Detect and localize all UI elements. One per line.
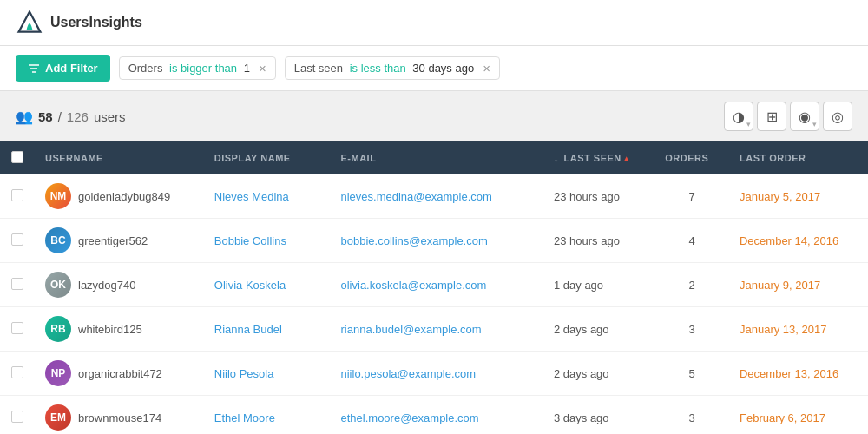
lastseen-cell: 1 day ago (543, 263, 654, 307)
last-seen: 23 hours ago (554, 234, 620, 247)
avatar: NP (45, 360, 71, 386)
email[interactable]: rianna.budel@example.com (341, 323, 482, 336)
active-count: 58 (38, 109, 53, 124)
chip-orders-prefix: Orders (128, 62, 163, 75)
lastorder-cell: January 5, 2017 (729, 174, 868, 219)
table-row: NM goldenladybug849 Nieves Medina nieves… (0, 174, 868, 219)
row-checkbox-cell (0, 307, 35, 352)
orders: 3 (689, 323, 695, 336)
orders-cell: 2 (654, 263, 729, 307)
display-name[interactable]: Rianna Budel (214, 323, 282, 336)
avatar: NM (45, 183, 71, 209)
username-cell: NM goldenladybug849 (35, 174, 204, 219)
lastseen-cell: 2 days ago (543, 352, 654, 396)
username-text[interactable]: lazydog740 (78, 279, 136, 292)
displayname-cell: Ethel Moore (204, 396, 331, 435)
orders-cell: 3 (654, 396, 729, 435)
chip-lastseen-value: 30 days ago (412, 62, 474, 75)
row-checkbox[interactable] (11, 411, 23, 423)
lastseen-cell: 2 days ago (543, 307, 654, 352)
caret-icon-2: ▾ (812, 120, 817, 128)
username-cell: OK lazydog740 (35, 263, 204, 307)
table-row: EM brownmouse174 Ethel Moore ethel.moore… (0, 396, 868, 435)
chip-lastseen-op: is less than (346, 62, 409, 75)
row-checkbox[interactable] (11, 278, 23, 290)
sort-active-indicator: ▴ (624, 154, 629, 163)
username-cell: RB whitebird125 (35, 307, 204, 352)
email-cell: rianna.budel@example.com (331, 307, 543, 352)
last-seen: 2 days ago (554, 367, 609, 380)
add-filter-button[interactable]: Add Filter (16, 55, 110, 82)
orders-cell: 7 (654, 174, 729, 219)
table-row: RB whitebird125 Rianna Budel rianna.bude… (0, 307, 868, 352)
users-icon: 👥 (16, 108, 33, 125)
row-checkbox[interactable] (11, 366, 23, 378)
email[interactable]: bobbie.collins@example.com (341, 234, 488, 247)
username-text[interactable]: whitebird125 (78, 323, 142, 336)
col-username-header[interactable]: USERNAME (35, 141, 204, 174)
orders: 2 (689, 279, 695, 292)
row-checkbox[interactable] (11, 233, 23, 246)
chip-lastseen-close[interactable]: × (483, 62, 490, 75)
filter-bar: Add Filter Orders is bigger than 1 × Las… (0, 46, 868, 91)
lastorder-cell: January 13, 2017 (729, 307, 868, 352)
display-name[interactable]: Bobbie Collins (214, 234, 286, 247)
email[interactable]: olivia.koskela@example.com (341, 279, 487, 292)
lastseen-cell: 3 days ago (543, 396, 654, 435)
displayname-cell: Bobbie Collins (204, 219, 331, 263)
orders-cell: 5 (654, 352, 729, 396)
row-checkbox-cell (0, 263, 35, 307)
display-name[interactable]: Niilo Pesola (214, 367, 274, 380)
select-all-checkbox[interactable] (11, 151, 23, 163)
displayname-cell: Olivia Koskela (204, 263, 331, 307)
lastseen-cell: 23 hours ago (543, 174, 654, 219)
username-text[interactable]: brownmouse174 (78, 411, 161, 424)
chip-orders-close[interactable]: × (259, 62, 266, 75)
col-email-header[interactable]: E-MAIL (331, 141, 543, 174)
table-header-row: USERNAME DISPLAY NAME E-MAIL ↓ LAST SEEN… (0, 141, 868, 174)
last-order: January 9, 2017 (740, 279, 820, 292)
orders-cell: 4 (654, 219, 729, 263)
filter-icon (28, 62, 40, 75)
username-text[interactable]: goldenladybug849 (78, 190, 170, 203)
total-count: 126 (67, 109, 89, 124)
chip-orders-value: 1 (244, 62, 250, 75)
col-lastseen-header[interactable]: ↓ LAST SEEN ▴ (543, 141, 654, 174)
top-bar: UsersInsights (0, 0, 868, 46)
username-text[interactable]: organicrabbit472 (78, 367, 162, 380)
col-displayname-header[interactable]: DISPLAY NAME (204, 141, 331, 174)
row-checkbox[interactable] (11, 189, 23, 201)
email-cell: niilo.pesola@example.com (331, 352, 543, 396)
export-button[interactable]: ◎ (823, 102, 852, 131)
col-orders-header[interactable]: ORDERS (654, 141, 729, 174)
columns-button[interactable]: ◉ ▾ (790, 102, 819, 131)
lastorder-cell: December 14, 2016 (729, 219, 868, 263)
lastseen-cell: 23 hours ago (543, 219, 654, 263)
row-checkbox-cell (0, 396, 35, 435)
stats-label: users (94, 109, 126, 124)
toolbar-icons: ◑ ▾ ⊞ ◉ ▾ ◎ (724, 102, 852, 131)
row-checkbox[interactable] (11, 322, 23, 334)
display-name[interactable]: Ethel Moore (214, 411, 275, 424)
displayname-cell: Nieves Medina (204, 174, 331, 219)
stats-text: 👥 58 / 126 users (16, 108, 126, 125)
grid-button[interactable]: ⊞ (757, 102, 786, 131)
pie-chart-button[interactable]: ◑ ▾ (724, 102, 753, 131)
email[interactable]: nieves.medina@example.com (341, 190, 492, 203)
orders: 5 (689, 367, 695, 380)
email[interactable]: ethel.moore@example.com (341, 411, 479, 424)
orders: 7 (689, 190, 695, 203)
last-order: February 6, 2017 (740, 411, 825, 424)
last-seen: 1 day ago (554, 279, 603, 292)
username-text[interactable]: greentiger562 (78, 234, 148, 247)
last-order: December 13, 2016 (740, 367, 838, 380)
last-seen: 23 hours ago (554, 190, 620, 203)
email-cell: bobbie.collins@example.com (331, 219, 543, 263)
col-lastorder-header[interactable]: LAST ORDER (729, 141, 868, 174)
row-checkbox-cell (0, 219, 35, 263)
display-name[interactable]: Nieves Medina (214, 190, 289, 203)
username-cell: EM brownmouse174 (35, 396, 204, 435)
display-name[interactable]: Olivia Koskela (214, 279, 286, 292)
avatar: EM (45, 404, 71, 431)
email[interactable]: niilo.pesola@example.com (341, 367, 477, 380)
